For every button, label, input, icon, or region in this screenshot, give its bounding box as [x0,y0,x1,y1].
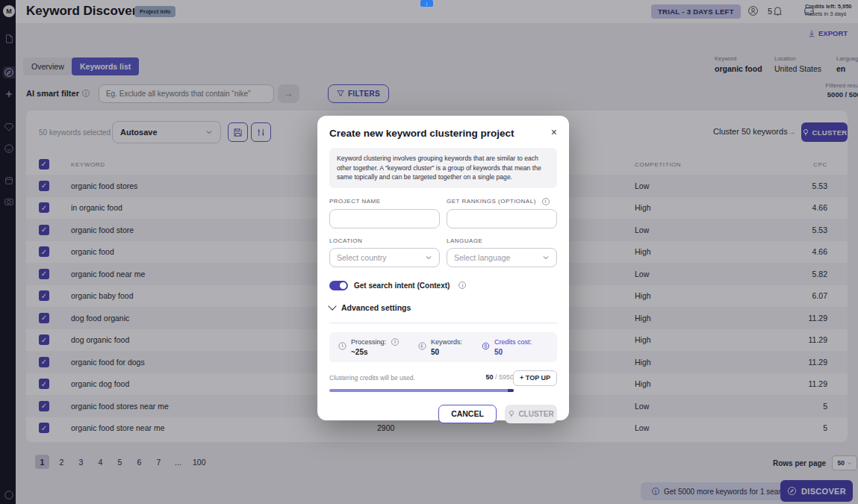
modal-cluster-label: CLUSTER [518,410,553,418]
processing-stat: Processing:i ~25s [338,338,399,356]
get-rankings-label: GET RANKINGS (OPTIONAL)i [447,198,557,205]
modal-cluster-button[interactable]: CLUSTER [505,405,557,423]
keyword-circle-icon [418,340,426,348]
credits-total: / 5950 [493,373,514,381]
get-rankings-input[interactable] [447,209,557,228]
cancel-button[interactable]: CANCEL [438,405,497,423]
clock-icon [338,340,346,348]
location-placeholder: Select country [337,253,387,262]
search-intent-row: Get search intent (Context) i [329,281,557,290]
processing-value: ~25s [351,348,399,356]
bulb-icon [508,410,515,417]
chevron-down-icon [328,302,336,310]
info-icon: i [391,338,399,346]
project-name-label: PROJECT NAME [329,198,440,205]
divider [329,323,557,323]
clustering-credits-row: Clustering credits will be used. 50 / 59… [329,372,557,387]
coin-icon [482,340,490,348]
close-icon[interactable]: × [551,128,557,137]
search-intent-label: Get search intent (Context) [354,281,450,290]
keywords-label: Keywords: [431,338,462,346]
modal-stats: Processing:i ~25s Keywords: 50 Credits c… [329,332,557,362]
keywords-value: 50 [431,348,462,356]
location-select[interactable]: Select country [329,248,440,267]
info-icon: i [542,198,550,205]
chevron-down-icon [425,254,432,261]
project-name-input[interactable] [329,209,440,228]
advanced-settings-label: Advanced settings [341,303,411,312]
top-up-button[interactable]: + TOP UP [513,370,557,386]
credits-count: 50 / 5950 [485,373,514,381]
modal-title: Create new keyword clustering project [329,128,557,139]
info-icon: i [458,281,466,289]
credits-cost-label: Credits cost: [494,338,532,346]
chevron-down-icon [542,254,550,261]
credits-cost-stat: Credits cost: 50 [482,338,532,356]
credits-note: Clustering credits will be used. [329,374,415,382]
credits-used: 50 [485,373,493,381]
modal-footer: CANCEL CLUSTER [329,405,557,423]
location-label: LOCATION [329,237,440,244]
language-placeholder: Select language [454,253,510,262]
keywords-stat: Keywords: 50 [418,338,462,356]
processing-label: Processing: [351,338,386,346]
create-clustering-modal: Create new keyword clustering project × … [317,116,569,420]
credits-progress-bar [329,389,514,392]
download-indicator-icon: ↓ [420,0,433,7]
modal-description: Keyword clustering involves grouping key… [329,148,557,188]
credits-cost-value: 50 [494,348,532,356]
advanced-settings-toggle[interactable]: Advanced settings [329,303,557,312]
language-label: LANGUAGE [447,237,557,244]
language-select[interactable]: Select language [447,248,557,267]
search-intent-toggle[interactable] [329,281,348,290]
